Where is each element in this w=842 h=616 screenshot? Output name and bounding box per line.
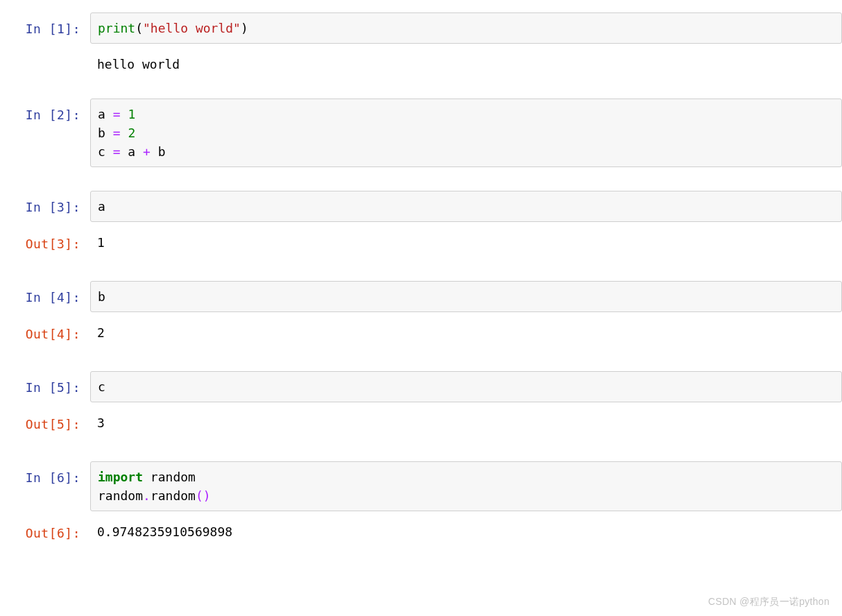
code-line: a — [98, 197, 834, 216]
cell-content: print("hello world") — [90, 12, 842, 44]
stream-output: hello world — [90, 49, 842, 75]
code-line: c — [98, 377, 834, 396]
output-text: 3 — [90, 408, 842, 438]
code-cell: In [2]:a = 1b = 2c = a + b — [0, 99, 842, 167]
code-token: = — [113, 107, 121, 121]
code-line: print("hello world") — [98, 19, 834, 37]
code-token: 2 — [128, 126, 135, 140]
code-input[interactable]: a = 1b = 2c = a + b — [90, 99, 842, 167]
code-input[interactable]: b — [90, 281, 842, 312]
code-token: b — [98, 126, 113, 140]
code-token: ) — [241, 21, 248, 35]
code-token: + — [143, 144, 151, 159]
code-line: a = 1 — [98, 105, 834, 123]
code-token — [121, 126, 128, 140]
output-prompt: Out[4]: — [0, 318, 90, 343]
code-cell: In [3]:a — [0, 191, 842, 222]
code-token: = — [113, 126, 121, 140]
code-token: print — [98, 21, 135, 35]
output-prompt: Out[6]: — [0, 517, 90, 542]
cell-gap — [0, 263, 842, 281]
code-line: b — [98, 287, 834, 306]
code-token — [121, 107, 128, 121]
cell-gap — [0, 443, 842, 461]
code-cell: In [1]:print("hello world") — [0, 12, 842, 44]
code-token: ( — [135, 21, 143, 35]
cell-gap — [0, 353, 842, 371]
code-token: a — [98, 199, 105, 214]
output-text: 0.9748235910569898 — [90, 517, 842, 547]
code-cell: In [4]:b — [0, 281, 842, 312]
output-prompt: Out[3]: — [0, 228, 90, 253]
output-content: 0.9748235910569898 — [90, 517, 842, 547]
input-prompt: In [3]: — [0, 191, 90, 216]
output-prompt: Out[5]: — [0, 408, 90, 434]
code-token: c — [98, 144, 113, 159]
empty-prompt — [0, 49, 90, 56]
input-prompt: In [4]: — [0, 281, 90, 307]
output-content: 2 — [90, 318, 842, 348]
stream-row: hello world — [0, 49, 842, 75]
cell-gap — [0, 173, 842, 191]
cell-content: c — [90, 371, 842, 402]
code-token: "hello world" — [143, 21, 241, 35]
output-content: 3 — [90, 408, 842, 438]
cell-content: b — [90, 281, 842, 312]
code-token: random — [143, 470, 196, 484]
cell-gap — [0, 80, 842, 99]
code-line: c = a + b — [98, 142, 834, 161]
output-row: Out[4]:2 — [0, 318, 842, 348]
code-cell: In [6]:import randomrandom.random() — [0, 461, 842, 511]
code-token: b — [98, 289, 105, 304]
output-row: Out[5]:3 — [0, 408, 842, 438]
code-token: import — [98, 470, 143, 484]
notebook-container: In [1]:print("hello world")hello worldIn… — [0, 12, 842, 547]
input-prompt: In [6]: — [0, 461, 90, 487]
code-input[interactable]: print("hello world") — [90, 12, 842, 44]
code-token: c — [98, 379, 105, 394]
code-token: 1 — [128, 107, 135, 121]
code-token: . — [143, 488, 151, 503]
output-row: Out[3]:1 — [0, 228, 842, 257]
code-token: random — [151, 488, 196, 503]
code-input[interactable]: c — [90, 371, 842, 402]
cell-content: a = 1b = 2c = a + b — [90, 99, 842, 167]
cell-content: a — [90, 191, 842, 222]
code-token: a — [121, 144, 144, 159]
code-input[interactable]: a — [90, 191, 842, 222]
code-token: ( — [196, 488, 203, 503]
code-input[interactable]: import randomrandom.random() — [90, 461, 842, 511]
code-token: b — [151, 144, 166, 159]
code-token: random — [98, 488, 143, 503]
cell-content: import randomrandom.random() — [90, 461, 842, 511]
output-text: 1 — [90, 228, 842, 257]
output-content: 1 — [90, 228, 842, 257]
output-text: 2 — [90, 318, 842, 348]
input-prompt: In [5]: — [0, 371, 90, 397]
stream-content: hello world — [90, 49, 842, 75]
output-row: Out[6]:0.9748235910569898 — [0, 517, 842, 547]
code-token: a — [98, 107, 113, 121]
code-line: random.random() — [98, 486, 834, 505]
input-prompt: In [1]: — [0, 12, 90, 38]
code-line: import random — [98, 468, 834, 486]
code-cell: In [5]:c — [0, 371, 842, 402]
code-token: = — [113, 144, 121, 159]
code-line: b = 2 — [98, 123, 834, 142]
input-prompt: In [2]: — [0, 99, 90, 124]
code-token: ) — [203, 488, 211, 503]
